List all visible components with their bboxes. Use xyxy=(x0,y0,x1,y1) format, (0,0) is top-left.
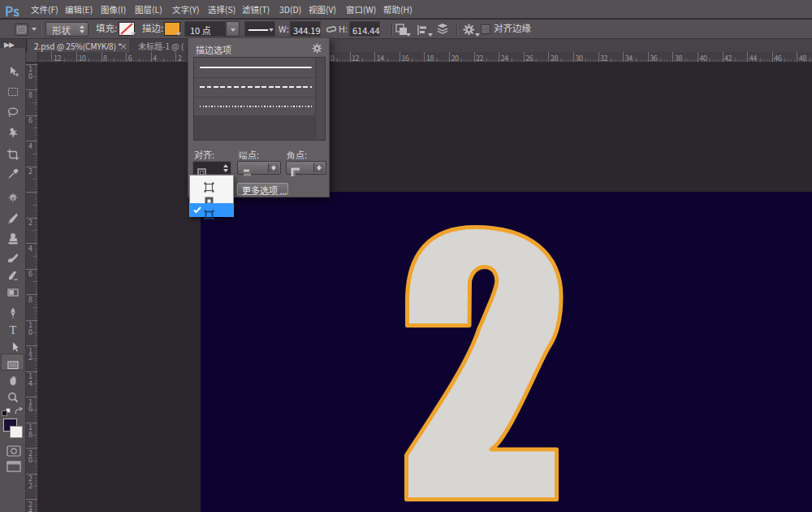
svg-text:T: T xyxy=(10,324,17,336)
